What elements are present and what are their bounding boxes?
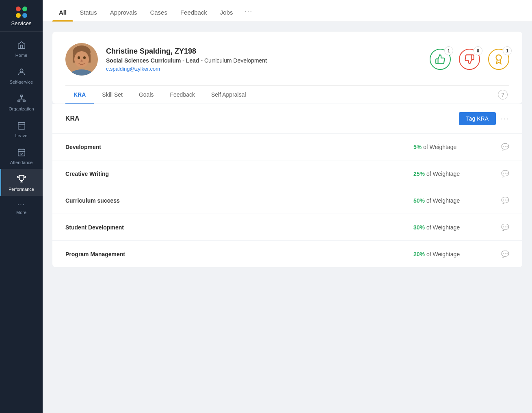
kra-row-development: Development 5% of Weightage [52,134,522,160]
kra-name-development: Development [65,144,413,150]
thumbs-down-circle: 0 [459,49,480,70]
attendance-icon [17,148,26,158]
star-count: 1 [503,46,512,55]
kra-comment-creative-writing[interactable] [501,169,509,178]
tag-kra-button[interactable]: Tag KRA [459,112,496,125]
kra-actions: Tag KRA ··· [459,112,509,125]
kra-pct-program-management: 20% [413,251,425,257]
sidebar-item-more-label: More [16,210,26,215]
tab-approvals[interactable]: Approvals [104,2,144,22]
sub-tab-skill-set[interactable]: Skill Set [94,86,131,104]
kra-weightage-student-development: 30% of Weightage [413,224,495,231]
sidebar-item-attendance[interactable]: Attendance [0,142,43,169]
kra-section: KRA Tag KRA ··· Development 5% of Weight… [52,104,522,267]
kra-pct-curriculum-success: 50% [413,197,425,204]
content-area: Christine Spalding, ZY198 Social Science… [43,22,532,413]
role-separator: - [201,57,204,64]
kra-weightage-curriculum-success: 50% of Weightage [413,197,495,204]
sidebar-nav: Home Self-service [0,35,43,413]
kra-name-curriculum-success: Curriculum success [65,197,413,204]
tab-feedback[interactable]: Feedback [174,2,214,22]
sidebar-item-performance-label: Performance [9,187,34,192]
profile-name: Christine Spalding, ZY198 [106,47,422,56]
kra-name-student-development: Student Development [65,224,413,231]
profile-email[interactable]: c.spalding@zylker.com [106,66,422,72]
sidebar-item-organization[interactable]: Organization [0,89,43,115]
thumbs-up-icon [435,54,445,65]
thumbs-up-badge[interactable]: 1 [430,49,451,70]
dot-yellow [16,13,21,18]
avatar [65,43,98,76]
person-icon [17,67,26,78]
thumbs-down-badge[interactable]: 0 [459,49,480,70]
svg-rect-8 [18,123,25,130]
org-icon [17,94,26,104]
svg-rect-3 [23,100,25,102]
thumbs-up-count: 1 [444,46,453,55]
department: Curriculum Development [204,57,267,64]
trophy-icon [17,175,26,185]
sidebar-item-performance[interactable]: Performance [0,169,43,196]
kra-row-curriculum-success: Curriculum success 50% of Weightage [52,187,522,214]
svg-point-26 [496,55,502,60]
profile-info: Christine Spalding, ZY198 Social Science… [106,47,422,72]
top-tabs: All Status Approvals Cases Feedback Jobs… [43,0,532,22]
tab-all[interactable]: All [52,2,73,22]
kra-section-title: KRA [65,115,80,122]
kra-pct-creative-writing: 25% [413,171,425,177]
sidebar-item-more[interactable]: ··· More [0,196,43,219]
logo-area[interactable]: Services [0,0,43,32]
dot-blue [22,13,27,18]
role-title: Social Sciences Curriculum - Lead [106,57,199,64]
tab-jobs[interactable]: Jobs [214,2,240,22]
kra-weightage-creative-writing: 25% of Weightage [413,171,495,177]
kra-header: KRA Tag KRA ··· [52,104,522,134]
tab-cases[interactable]: Cases [143,2,174,22]
sidebar-item-self-service[interactable]: Self-service [0,62,43,89]
profile-header: Christine Spalding, ZY198 Social Science… [65,43,509,85]
award-icon [493,54,504,65]
kra-pct-student-development: 30% [413,224,425,231]
kra-comment-student-development[interactable] [501,223,509,231]
tab-more[interactable]: ··· [240,0,258,22]
thumbs-down-count: 0 [474,46,482,55]
home-icon [17,41,26,51]
sub-tab-self-appraisal[interactable]: Self Appraisal [203,86,254,104]
kra-pct-development: 5% [413,144,422,150]
star-badge[interactable]: 1 [488,49,509,70]
kra-comment-curriculum-success[interactable] [501,196,509,205]
sub-tab-kra[interactable]: KRA [65,86,94,104]
kra-weightage-label-curriculum-success: of Weightage [426,197,460,204]
help-icon[interactable]: ? [498,90,508,99]
sub-tab-goals[interactable]: Goals [131,86,162,104]
kra-row-creative-writing: Creative Writing 25% of Weightage [52,160,522,187]
kra-comment-program-management[interactable] [501,250,509,258]
thumbs-up-circle: 1 [430,49,451,70]
tab-status[interactable]: Status [73,2,104,22]
kra-weightage-label-creative-writing: of Weightage [426,171,460,177]
kra-weightage-development: 5% of Weightage [413,144,495,150]
sidebar-item-home[interactable]: Home [0,35,43,62]
svg-rect-2 [17,100,20,102]
sub-tab-feedback[interactable]: Feedback [162,86,203,104]
profile-badges: 1 0 [430,49,509,70]
avatar-svg [65,43,98,76]
sidebar-item-leave-label: Leave [15,133,28,138]
profile-role: Social Sciences Curriculum - Lead - Curr… [106,57,422,64]
svg-rect-1 [20,95,23,97]
more-dots-icon: ··· [17,201,25,208]
sidebar-item-attendance-label: Attendance [10,160,33,165]
dot-green [22,6,27,11]
thumbs-down-icon [464,54,475,65]
svg-point-23 [78,56,80,59]
kra-name-creative-writing: Creative Writing [65,171,413,177]
main-content: All Status Approvals Cases Feedback Jobs… [43,0,532,413]
kra-comment-development[interactable] [501,143,509,151]
svg-rect-13 [18,149,25,156]
active-bar [0,169,1,196]
profile-card: Christine Spalding, ZY198 Social Science… [52,32,522,104]
star-circle: 1 [488,49,509,70]
kra-more-options[interactable]: ··· [501,115,509,123]
sidebar-item-leave[interactable]: Leave [0,115,43,142]
kra-row-program-management: Program Management 20% of Weightage [52,241,522,267]
